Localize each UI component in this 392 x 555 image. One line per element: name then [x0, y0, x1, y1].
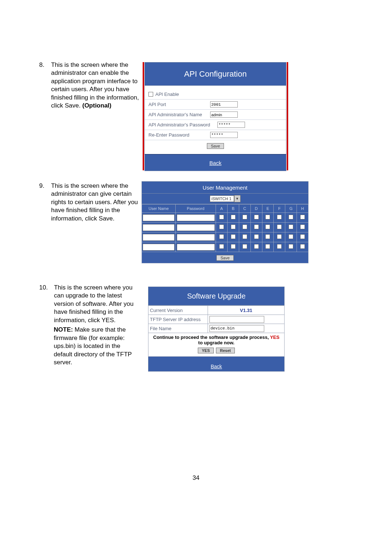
- instr9-number: 9.: [39, 182, 49, 190]
- col-B: B: [227, 204, 239, 213]
- device-select[interactable]: iSWITCH 1: [210, 195, 234, 202]
- api-back-bar[interactable]: Back: [144, 154, 286, 171]
- col-user: User Name: [142, 204, 176, 213]
- upgrade-back-link[interactable]: Back: [211, 364, 222, 369]
- instr10-body: This is the screen where you can upgrade…: [54, 284, 142, 324]
- instr9-body: This is the screen where the administrat…: [51, 182, 142, 223]
- user-management-panel: User Management iSWITCH 1 ▼ User Name Pa…: [142, 181, 309, 263]
- col-H: H: [297, 204, 309, 213]
- col-C: C: [239, 204, 250, 213]
- perm-checkbox[interactable]: [300, 224, 305, 229]
- perm-checkbox[interactable]: [289, 215, 293, 219]
- perm-checkbox[interactable]: [242, 224, 247, 229]
- perm-checkbox[interactable]: [254, 224, 259, 229]
- user-mgmt-select-row: iSWITCH 1 ▼: [142, 194, 309, 204]
- api-admin-pw-input[interactable]: [217, 122, 245, 128]
- api-reenter-input[interactable]: [210, 132, 238, 138]
- api-config-title: API Configuration: [144, 62, 286, 86]
- api-back-link[interactable]: Back: [209, 160, 221, 166]
- perm-checkbox[interactable]: [265, 215, 270, 219]
- instr8-optional: (Optional): [82, 102, 111, 109]
- api-save-button[interactable]: Save: [207, 143, 224, 149]
- api-admin-pw-label: API Administrator's Password: [148, 122, 217, 127]
- perm-checkbox[interactable]: [277, 224, 282, 229]
- msg-b: to upgrade now.: [198, 340, 234, 345]
- upgrade-message: Continue to proceed the software upgrade…: [148, 333, 285, 357]
- user-pw-input[interactable]: [177, 224, 215, 231]
- software-upgrade-panel: Software Upgrade Current Version V1.31 T…: [148, 287, 285, 372]
- instr8-number: 8.: [39, 61, 49, 69]
- perm-checkbox[interactable]: [231, 234, 236, 239]
- perm-checkbox[interactable]: [254, 244, 259, 249]
- perm-checkbox[interactable]: [231, 215, 236, 219]
- perm-checkbox[interactable]: [265, 234, 270, 239]
- instruction-10: 10. This is the screen where you can upg…: [39, 284, 142, 366]
- perm-checkbox[interactable]: [265, 244, 270, 249]
- instr10-note: NOTE: Make sure that the firmware file (…: [54, 326, 140, 366]
- perm-checkbox[interactable]: [254, 234, 259, 239]
- perm-checkbox[interactable]: [242, 234, 247, 239]
- instr10-number: 10.: [39, 284, 52, 292]
- user-pw-input[interactable]: [177, 234, 215, 241]
- msg-yes: YES: [270, 335, 279, 340]
- perm-checkbox[interactable]: [277, 244, 282, 249]
- instr8-body: This is the screen where the administrat…: [51, 61, 142, 110]
- perm-checkbox[interactable]: [289, 234, 293, 239]
- chevron-down-icon[interactable]: ▼: [234, 195, 241, 202]
- user-name-input[interactable]: [143, 224, 175, 231]
- perm-checkbox[interactable]: [300, 234, 305, 239]
- col-F: F: [274, 204, 285, 213]
- curver-value: V1.31: [208, 306, 285, 315]
- col-pw: Password: [176, 204, 216, 213]
- file-input[interactable]: [209, 325, 264, 332]
- perm-checkbox[interactable]: [254, 215, 259, 219]
- perm-checkbox[interactable]: [289, 244, 293, 249]
- table-row: [142, 223, 309, 232]
- user-name-input[interactable]: [143, 244, 175, 251]
- api-admin-name-label: API Administrator's Name: [148, 112, 210, 117]
- api-reenter-label: Re-Enter Password: [148, 132, 210, 138]
- perm-checkbox[interactable]: [289, 224, 293, 229]
- msg-a: Continue to proceed the software upgrade…: [153, 335, 270, 340]
- upgrade-back-bar[interactable]: Back: [148, 362, 285, 372]
- perm-checkbox[interactable]: [300, 244, 305, 249]
- user-table: User Name Password A B C D E F G H: [142, 204, 309, 263]
- user-name-input[interactable]: [143, 214, 175, 221]
- curver-label: Current Version: [148, 306, 208, 315]
- perm-checkbox[interactable]: [242, 244, 247, 249]
- api-port-label: API Port: [148, 102, 210, 107]
- user-pw-input[interactable]: [177, 244, 215, 251]
- page-number: 34: [0, 474, 392, 482]
- tftp-input[interactable]: [209, 316, 264, 323]
- perm-checkbox[interactable]: [231, 244, 236, 249]
- col-G: G: [285, 204, 297, 213]
- api-enable-checkbox[interactable]: [148, 92, 153, 97]
- yes-button[interactable]: YES: [198, 348, 214, 353]
- col-D: D: [250, 204, 262, 213]
- perm-checkbox[interactable]: [300, 215, 305, 219]
- col-A: A: [216, 204, 228, 213]
- perm-checkbox[interactable]: [231, 224, 236, 229]
- instruction-8: 8. This is the screen where the administ…: [39, 61, 142, 110]
- tftp-label: TFTP Server IP address: [148, 315, 208, 324]
- perm-checkbox[interactable]: [219, 224, 224, 229]
- reset-button[interactable]: Reset: [216, 348, 235, 353]
- instruction-9: 9. This is the screen where the administ…: [39, 182, 142, 223]
- note-label: NOTE:: [54, 326, 73, 333]
- perm-checkbox[interactable]: [277, 215, 282, 219]
- user-pw-input[interactable]: [177, 214, 215, 221]
- file-label: File Name: [148, 324, 208, 333]
- perm-checkbox[interactable]: [219, 215, 224, 219]
- perm-checkbox[interactable]: [219, 244, 224, 249]
- perm-checkbox[interactable]: [219, 234, 224, 239]
- user-mgmt-title: User Management: [142, 181, 309, 194]
- user-name-input[interactable]: [143, 234, 175, 241]
- perm-checkbox[interactable]: [277, 234, 282, 239]
- user-save-button[interactable]: Save: [216, 255, 233, 261]
- api-port-input[interactable]: [210, 101, 238, 108]
- perm-checkbox[interactable]: [242, 215, 247, 219]
- api-enable-row: API Enable: [145, 89, 286, 100]
- api-admin-name-input[interactable]: [210, 112, 238, 118]
- perm-checkbox[interactable]: [265, 224, 270, 229]
- table-row: [142, 232, 309, 242]
